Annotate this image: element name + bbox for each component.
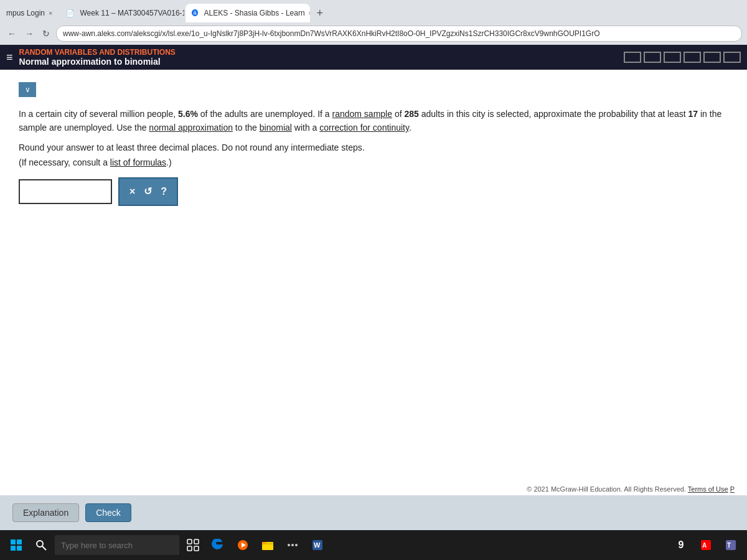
svg-point-15 [291, 544, 294, 546]
progress-box-5 [703, 52, 721, 63]
bottom-buttons-bar: Explanation Check [0, 495, 747, 530]
word-icon[interactable]: W [306, 534, 329, 556]
progress-box-3 [664, 52, 681, 63]
svg-rect-1 [17, 539, 22, 544]
bb-icon: 📄 [66, 9, 75, 17]
svg-text:W: W [314, 541, 321, 549]
svg-rect-9 [194, 546, 199, 551]
address-bar: ← → ↻ [0, 22, 747, 45]
round-instructions: Round your answer to at least three deci… [19, 142, 728, 152]
svg-text:T: T [727, 542, 731, 549]
question-area: ∨ In a certain city of several million p… [0, 70, 747, 495]
undo-button[interactable]: ↺ [144, 185, 152, 197]
system-tray-icon-9[interactable]: 9 [670, 534, 692, 556]
system-tray: 9 A T [670, 534, 742, 556]
progress-box-1 [624, 52, 641, 63]
progress-box-6 [723, 52, 741, 63]
tab-week11[interactable]: 📄 Week 11 – MAT300457VA016-12 × [60, 4, 184, 22]
copyright-area: © 2021 McGraw-Hill Education. All Rights… [527, 485, 735, 493]
address-input[interactable] [56, 26, 742, 42]
hamburger-icon[interactable]: ≡ [6, 51, 13, 64]
svg-rect-6 [187, 539, 192, 544]
svg-rect-2 [11, 546, 16, 551]
tab-label-week11: Week 11 – MAT300457VA016-12 [80, 9, 184, 17]
tab-label-aleks: ALEKS - Shasia Gibbs - Learn [204, 9, 304, 17]
aleks-header: ≡ RANDOM VARIABLES AND DISTRIBUTIONS Nor… [0, 45, 747, 70]
teams-icon[interactable]: T [720, 534, 742, 556]
taskbar: W 9 A T [0, 530, 747, 560]
progress-box-4 [684, 52, 701, 63]
question-body: In a certain city of several million peo… [19, 107, 728, 135]
answer-input[interactable] [19, 179, 112, 204]
help-button[interactable]: ? [161, 186, 167, 197]
taskbar-search-icon[interactable] [30, 534, 52, 556]
topic-info: RANDOM VARIABLES AND DISTRIBUTIONS Norma… [19, 48, 176, 67]
topic-title: Normal approximation to binomial [19, 57, 176, 67]
tab-close-campus[interactable]: × [49, 9, 52, 17]
progress-boxes [624, 52, 741, 63]
aleks-tab-icon: 🅐 [192, 9, 199, 17]
expand-button[interactable]: ∨ [19, 82, 36, 97]
tab-close-aleks[interactable]: × [309, 9, 311, 17]
svg-rect-7 [194, 539, 199, 544]
new-tab-button[interactable]: + [311, 7, 328, 20]
svg-rect-3 [17, 546, 22, 551]
system-tray-icon-adobe[interactable]: A [695, 534, 717, 556]
terms-link[interactable]: Terms of Use [688, 485, 728, 493]
tab-label: mpus Login [6, 9, 45, 17]
copyright-text: © 2021 McGraw-Hill Education. All Rights… [527, 485, 686, 493]
topic-label: RANDOM VARIABLES AND DISTRIBUTIONS [19, 48, 176, 57]
back-button[interactable]: ← [5, 27, 19, 40]
privacy-link[interactable]: P [730, 485, 735, 493]
svg-point-14 [288, 544, 290, 546]
answer-row: × ↺ ? [19, 177, 728, 206]
explanation-button[interactable]: Explanation [12, 503, 79, 522]
edge-browser-icon[interactable] [207, 534, 229, 556]
svg-rect-13 [262, 542, 266, 544]
windows-start-icon[interactable] [5, 534, 27, 556]
file-explorer-icon[interactable] [256, 534, 279, 556]
taskbar-search-input[interactable] [55, 535, 179, 555]
svg-rect-8 [187, 546, 192, 551]
tab-aleks[interactable]: 🅐 ALEKS - Shasia Gibbs - Learn × [186, 4, 310, 22]
task-view-icon[interactable] [182, 534, 204, 556]
forward-button[interactable]: → [22, 27, 36, 40]
consult-line: (If necessary, consult a list of formula… [19, 157, 728, 167]
tab-bar: mpus Login × 📄 Week 11 – MAT300457VA016-… [0, 0, 747, 22]
svg-point-4 [37, 541, 43, 547]
action-panel: × ↺ ? [118, 177, 178, 206]
formulas-link[interactable]: list of formulas [110, 157, 166, 167]
svg-line-5 [42, 546, 46, 550]
progress-box-2 [644, 52, 661, 63]
svg-rect-0 [11, 539, 16, 544]
content-area: ≡ RANDOM VARIABLES AND DISTRIBUTIONS Nor… [0, 45, 747, 530]
media-player-icon[interactable] [232, 534, 254, 556]
tab-campus-login[interactable]: mpus Login × [0, 4, 59, 22]
check-button[interactable]: Check [85, 503, 131, 522]
svg-text:A: A [702, 542, 707, 549]
svg-point-16 [295, 544, 298, 546]
refresh-button[interactable]: ↻ [40, 27, 52, 40]
clear-button[interactable]: × [129, 186, 135, 197]
more-apps-icon[interactable] [281, 534, 304, 556]
